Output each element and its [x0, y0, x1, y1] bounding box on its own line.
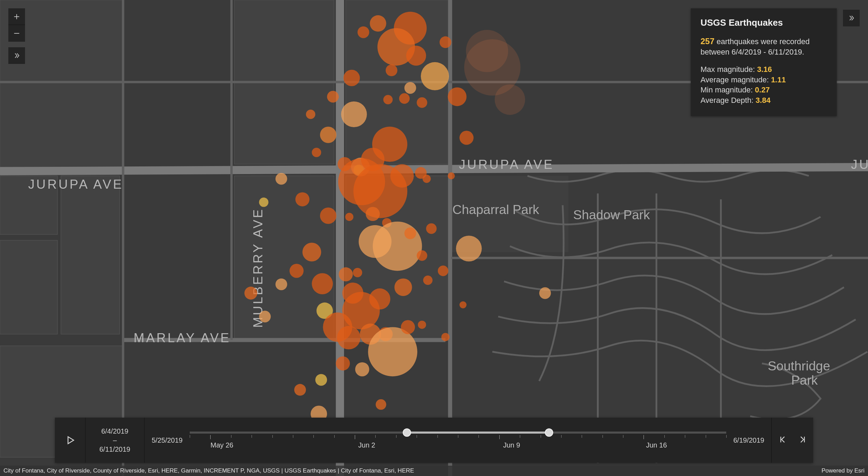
park-label-chaparral: Chaparral Park: [452, 202, 539, 217]
earthquake-point[interactable]: [406, 46, 426, 66]
extent-end-date: 6/19/2019: [726, 418, 771, 463]
earthquake-point[interactable]: [401, 320, 415, 334]
earthquake-point[interactable]: [417, 97, 427, 108]
earthquake-point[interactable]: [259, 198, 269, 207]
stat-avg-magnitude: Average magnitude: 1.11: [701, 75, 827, 85]
earthquake-point[interactable]: [312, 148, 321, 157]
extent-start-date: 5/25/2019: [145, 418, 190, 463]
earthquake-point[interactable]: [386, 65, 398, 76]
earthquake-point[interactable]: [404, 82, 416, 94]
earthquake-count: 257: [701, 36, 714, 46]
earthquake-point[interactable]: [276, 173, 287, 185]
earthquake-point[interactable]: [366, 207, 379, 221]
earthquake-point[interactable]: [459, 131, 473, 145]
time-range-sep: –: [113, 436, 117, 445]
play-button[interactable]: [55, 418, 85, 463]
earthquake-point[interactable]: [426, 223, 436, 234]
earthquake-point[interactable]: [355, 362, 369, 376]
zoom-out-button[interactable]: [8, 25, 25, 42]
earthquake-point[interactable]: [404, 228, 416, 239]
earthquake-point[interactable]: [459, 301, 466, 308]
step-forward-icon: [797, 435, 807, 444]
play-icon: [65, 435, 75, 445]
earthquake-point[interactable]: [315, 374, 327, 386]
earthquake-point[interactable]: [390, 164, 413, 187]
earthquake-point[interactable]: [244, 287, 257, 299]
earthquake-point[interactable]: [294, 384, 306, 396]
road-label-marlay: MARLAY AVE: [134, 330, 231, 345]
step-back-button[interactable]: [776, 433, 790, 448]
expand-right-button[interactable]: [843, 10, 860, 26]
earthquake-point[interactable]: [441, 333, 450, 341]
earthquake-point[interactable]: [327, 91, 339, 103]
time-slider: 6/4/2019 – 6/11/2019 5/25/2019 May 26Jun…: [55, 418, 813, 463]
svg-rect-2: [0, 240, 57, 334]
earthquake-point[interactable]: [345, 213, 353, 221]
plus-icon: [13, 13, 21, 20]
earthquake-point[interactable]: [312, 273, 333, 294]
earthquake-point[interactable]: [306, 110, 315, 119]
park-label-southridge-2: Park: [791, 373, 818, 387]
svg-rect-3: [61, 176, 120, 334]
svg-line-10: [0, 167, 868, 171]
earthquake-point[interactable]: [423, 276, 433, 285]
tick-label: Jun 16: [646, 441, 667, 449]
time-range-display: 6/4/2019 – 6/11/2019: [85, 418, 145, 463]
earthquake-point[interactable]: [456, 236, 482, 261]
time-nav-buttons: [771, 418, 813, 463]
earthquake-point[interactable]: [394, 278, 412, 296]
earthquake-point[interactable]: [368, 327, 417, 376]
earthquake-point[interactable]: [423, 175, 431, 183]
earthquake-point[interactable]: [448, 172, 455, 179]
earthquake-point[interactable]: [295, 192, 309, 206]
earthquake-point[interactable]: [383, 95, 393, 104]
earthquake-point[interactable]: [438, 265, 448, 276]
earthquake-point[interactable]: [339, 267, 353, 281]
earthquake-point[interactable]: [369, 288, 391, 310]
earthquake-point[interactable]: [337, 326, 360, 349]
info-panel: USGS Earthquakes 257 earthquakes were re…: [691, 8, 837, 116]
earthquake-point[interactable]: [370, 15, 386, 32]
earthquake-point[interactable]: [341, 101, 367, 127]
info-panel-summary: 257 earthquakes were recorded between 6/…: [701, 36, 827, 57]
tick-label: Jun 2: [358, 441, 375, 449]
park-label-southridge-1: Southridge: [768, 359, 830, 373]
powered-by: Powered by Esri: [814, 467, 865, 474]
step-back-icon: [778, 435, 788, 444]
info-panel-title: USGS Earthquakes: [701, 17, 827, 28]
road-label-jurupa-left: JURUPA AVE: [28, 177, 123, 191]
earthquake-point[interactable]: [320, 126, 336, 143]
attribution-bar: City of Fontana, City of Riverside, Coun…: [0, 466, 868, 476]
earthquake-point[interactable]: [372, 126, 407, 162]
chevrons-right-icon: [847, 14, 855, 22]
earthquake-point[interactable]: [302, 243, 321, 261]
road-label-mulberry: MULBERRY AVE: [251, 208, 265, 328]
stat-max-magnitude: Max magnitude: 3.16: [701, 64, 827, 75]
zoom-controls: [8, 8, 25, 42]
earthquake-point[interactable]: [276, 278, 287, 290]
stat-min-magnitude: Min magnitude: 0.27: [701, 85, 827, 95]
earthquake-point[interactable]: [399, 93, 410, 104]
earthquake-point[interactable]: [418, 321, 426, 329]
earthquake-point[interactable]: [320, 207, 336, 224]
earthquake-point[interactable]: [539, 287, 551, 299]
park-label-shadow: Shadow Park: [573, 207, 650, 222]
earthquake-point[interactable]: [343, 70, 360, 86]
expand-left-button[interactable]: [8, 47, 25, 64]
earthquake-point[interactable]: [440, 36, 451, 48]
earthquake-point[interactable]: [421, 62, 449, 90]
earthquake-point[interactable]: [495, 84, 525, 115]
earthquake-point[interactable]: [259, 311, 271, 322]
step-forward-button[interactable]: [795, 433, 809, 448]
earthquake-point[interactable]: [336, 356, 350, 370]
earthquake-point[interactable]: [289, 264, 303, 278]
earthquake-point[interactable]: [376, 399, 386, 410]
earthquake-point[interactable]: [373, 222, 422, 271]
zoom-in-button[interactable]: [8, 8, 25, 25]
earthquake-point[interactable]: [448, 87, 467, 106]
earthquake-point[interactable]: [358, 26, 369, 38]
earthquake-point[interactable]: [417, 250, 427, 261]
earthquake-point[interactable]: [353, 268, 362, 277]
tick-label: May 26: [211, 441, 234, 449]
time-track[interactable]: May 26Jun 2Jun 9Jun 16: [190, 418, 726, 463]
